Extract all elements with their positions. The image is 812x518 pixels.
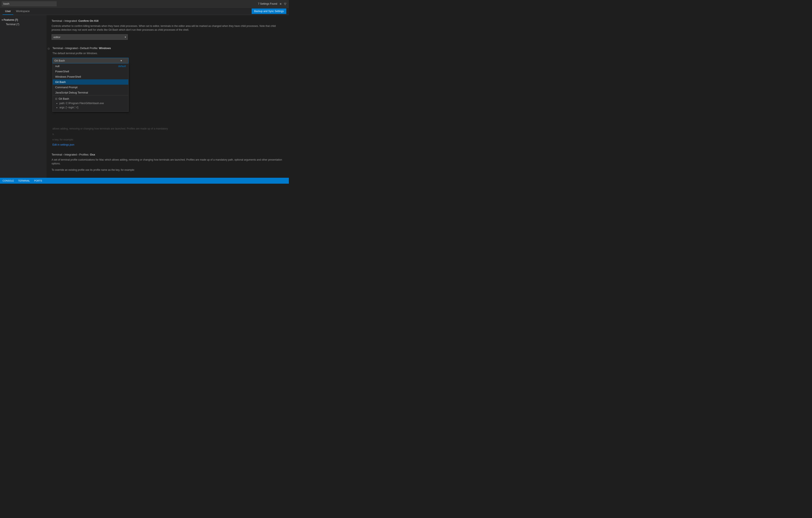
info-list: path: C:\Program Files\Git\bin\bash.exe … <box>55 101 126 110</box>
sidebar-group-features: ▾ Features (7) Terminal (7) <box>0 17 47 27</box>
terminal-prompt-icon: ⊡ <box>55 97 57 100</box>
bottom-console[interactable]: CONSOLE <box>3 180 14 182</box>
default-profile-dropdown-menu: null default PowerShell Windows PowerShe… <box>53 63 128 112</box>
filter-lines-icon[interactable]: ≡ <box>279 2 282 6</box>
option-windows-powershell-label: Windows PowerShell <box>55 75 81 78</box>
dropdown-item-null[interactable]: null default <box>53 63 128 69</box>
setting-bold-default-profile: Windows <box>99 47 111 50</box>
info-path-item: path: C:\Program Files\Git\bin\bash.exe <box>59 101 126 105</box>
confirm-kill-dropdown[interactable]: editor never always <box>52 34 128 40</box>
tab-workspace[interactable]: Workspace <box>13 8 32 15</box>
default-profile-dropdown-trigger[interactable]: Git Bash ▾ <box>53 58 128 63</box>
top-search-bar: 7 Settings Found ≡ ▽ <box>0 0 289 8</box>
sidebar-item-terminal[interactable]: Terminal (7) <box>0 22 47 26</box>
info-args-item: args: ['--login','-i'] <box>59 105 126 110</box>
confirm-kill-dropdown-wrapper: editor never always ▾ <box>52 34 128 40</box>
bottom-bar: CONSOLE TERMINAL PORTS <box>0 178 289 184</box>
bottom-terminal[interactable]: TERMINAL <box>18 180 30 182</box>
settings-found-label: 7 Settings Found <box>258 2 277 5</box>
main-layout: ▾ Features (7) Terminal (7) Terminal › I… <box>0 15 289 178</box>
setting-title-default-profile: Terminal › Integrated › Default Profile:… <box>53 47 284 50</box>
tab-user[interactable]: User <box>3 8 13 15</box>
dropdown-item-js-debug-terminal[interactable]: JavaScript Debug Terminal <box>53 90 128 95</box>
selected-profile-label: Git Bash <box>54 59 65 62</box>
setting-bold-profiles-osx: Osx <box>90 153 95 156</box>
setting-profiles-osx: Terminal › Integrated › Profiles: Osx A … <box>52 153 284 172</box>
info-git-bash-label: Git Bash <box>59 97 69 100</box>
search-input[interactable] <box>2 1 57 6</box>
bottom-ports[interactable]: PORTS <box>34 180 42 182</box>
setting-bold-confirm-kill: Confirm On Kill <box>78 19 98 22</box>
setting-prefix-confirm-kill: Terminal › Integrated: <box>52 19 78 22</box>
setting-title-profiles-osx: Terminal › Integrated › Profiles: Osx <box>52 153 284 156</box>
dropdown-item-powershell[interactable]: PowerShell <box>53 69 128 74</box>
trigger-arrow-icon: ▾ <box>120 59 122 62</box>
dropdown-item-windows-powershell[interactable]: Windows PowerShell <box>53 74 128 79</box>
dimmed-content-area: allows adding, removing or changing how … <box>53 127 284 141</box>
setting-confirm-on-kill: Terminal › Integrated: Confirm On Kill C… <box>52 19 284 40</box>
gear-icon[interactable]: ⚙ <box>47 47 50 50</box>
setting-desc-confirm-kill: Controls whether to confirm killing term… <box>52 24 284 32</box>
filter-icons: ≡ ▽ <box>279 2 287 6</box>
content-area: Terminal › Integrated: Confirm On Kill C… <box>47 15 289 178</box>
default-profile-dropdown-container: Git Bash ▾ null default PowerShell W <box>53 58 128 63</box>
info-title: ⊡ Git Bash <box>55 97 126 100</box>
dimmed-text-2: s. <box>53 132 284 136</box>
dropdown-item-git-bash[interactable]: Git Bash <box>53 79 128 85</box>
dimmed-text-3: e key, for example: <box>53 138 284 141</box>
setting-title-confirm-kill: Terminal › Integrated: Confirm On Kill <box>52 19 284 22</box>
sidebar-group-features-header[interactable]: ▾ Features (7) <box>0 18 47 22</box>
option-null-default-label: default <box>118 65 126 68</box>
features-label: Features (7) <box>4 19 18 21</box>
setting-desc2-profiles-osx: To override an existing profile use its … <box>52 168 284 172</box>
setting-prefix-profiles-osx: Terminal › Integrated › Profiles: <box>52 153 90 156</box>
dropdown-item-command-prompt[interactable]: Command Prompt <box>53 85 128 90</box>
chevron-down-icon: ▾ <box>2 19 3 21</box>
option-null-label: null <box>55 64 59 68</box>
option-js-debug-label: JavaScript Debug Terminal <box>55 91 88 94</box>
dropdown-info-section: ⊡ Git Bash path: C:\Program Files\Git\bi… <box>53 95 128 111</box>
backup-sync-button[interactable]: Backup and Sync Settings <box>252 8 286 14</box>
dimmed-text-1: allows adding, removing or changing how … <box>53 127 284 131</box>
setting-desc-default-profile: The default terminal profile on Windows. <box>53 51 284 55</box>
setting-prefix-default-profile: Terminal › Integrated › Default Profile: <box>53 47 99 50</box>
option-command-prompt-label: Command Prompt <box>55 86 78 89</box>
tabs-bar: User Workspace Backup and Sync Settings <box>0 8 289 15</box>
option-git-bash-label: Git Bash <box>55 80 66 84</box>
tabs-left: User Workspace <box>3 8 32 15</box>
sidebar: ▾ Features (7) Terminal (7) <box>0 15 47 178</box>
search-right: 7 Settings Found ≡ ▽ <box>258 2 287 6</box>
terminal-label: Terminal (7) <box>6 23 19 26</box>
option-powershell-label: PowerShell <box>55 70 69 73</box>
funnel-icon[interactable]: ▽ <box>283 2 287 6</box>
setting-desc-profiles-osx: A set of terminal profile customizations… <box>52 158 284 165</box>
edit-in-settings-link[interactable]: Edit in settings.json <box>53 143 74 146</box>
setting-default-profile-windows: ⚙ Terminal › Integrated › Default Profil… <box>52 47 284 146</box>
